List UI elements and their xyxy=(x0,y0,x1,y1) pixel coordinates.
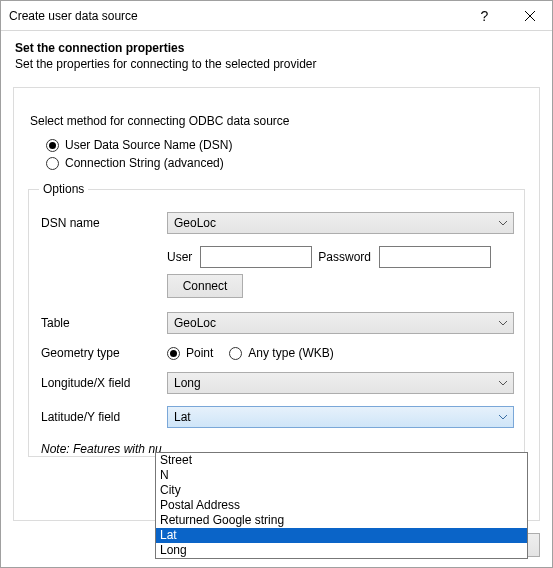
label-password: Password xyxy=(318,250,371,264)
dropdown-option[interactable]: Lat xyxy=(156,528,527,543)
connect-button[interactable]: Connect xyxy=(167,274,243,298)
chevron-down-icon xyxy=(495,376,511,390)
label-latitude-field: Latitude/Y field xyxy=(39,410,167,424)
dsn-name-select[interactable]: GeoLoc xyxy=(167,212,514,234)
password-input[interactable] xyxy=(379,246,491,268)
latitude-value: Lat xyxy=(174,410,191,424)
intro-text: Select method for connecting ODBC data s… xyxy=(30,114,525,128)
radio-icon xyxy=(167,347,180,360)
window-title: Create user data source xyxy=(9,9,462,23)
radio-label: Point xyxy=(186,346,213,360)
content-frame: Select method for connecting ODBC data s… xyxy=(13,87,540,521)
longitude-select[interactable]: Long xyxy=(167,372,514,394)
credentials-row: User Password xyxy=(167,246,514,268)
label-table: Table xyxy=(39,316,167,330)
radio-geom-point[interactable]: Point xyxy=(167,346,213,360)
close-icon xyxy=(525,11,535,21)
dropdown-option[interactable]: Street xyxy=(156,453,527,468)
page-subheading: Set the properties for connecting to the… xyxy=(15,57,538,71)
radio-label: User Data Source Name (DSN) xyxy=(65,138,232,152)
chevron-down-icon xyxy=(495,216,511,230)
options-fieldset: Options DSN name GeoLoc User Password Co… xyxy=(28,182,525,457)
dropdown-option[interactable]: Long xyxy=(156,543,527,558)
close-button[interactable] xyxy=(507,1,552,30)
latitude-select[interactable]: Lat xyxy=(167,406,514,428)
chevron-down-icon xyxy=(495,410,511,424)
user-input[interactable] xyxy=(200,246,312,268)
longitude-value: Long xyxy=(174,376,201,390)
options-legend: Options xyxy=(39,182,88,196)
label-geometry-type: Geometry type xyxy=(39,346,167,360)
connect-button-label: Connect xyxy=(183,279,228,293)
table-value: GeoLoc xyxy=(174,316,216,330)
radio-label: Any type (WKB) xyxy=(248,346,333,360)
latitude-dropdown-list[interactable]: StreetNCityPostal AddressReturned Google… xyxy=(155,452,528,559)
label-dsn-name: DSN name xyxy=(39,216,167,230)
radio-geom-any[interactable]: Any type (WKB) xyxy=(229,346,333,360)
label-user: User xyxy=(167,250,192,264)
header: Set the connection properties Set the pr… xyxy=(1,31,552,77)
radio-label: Connection String (advanced) xyxy=(65,156,224,170)
dropdown-option[interactable]: Returned Google string xyxy=(156,513,527,528)
page-heading: Set the connection properties xyxy=(15,41,538,55)
dropdown-option[interactable]: Postal Address xyxy=(156,498,527,513)
titlebar: Create user data source ? xyxy=(1,1,552,31)
radio-icon xyxy=(46,157,59,170)
radio-icon xyxy=(229,347,242,360)
dropdown-option[interactable]: City xyxy=(156,483,527,498)
dropdown-option[interactable]: N xyxy=(156,468,527,483)
dsn-name-value: GeoLoc xyxy=(174,216,216,230)
label-longitude-field: Longitude/X field xyxy=(39,376,167,390)
radio-method-dsn[interactable]: User Data Source Name (DSN) xyxy=(46,138,525,152)
radio-method-connstring[interactable]: Connection String (advanced) xyxy=(46,156,525,170)
radio-icon xyxy=(46,139,59,152)
chevron-down-icon xyxy=(495,316,511,330)
table-select[interactable]: GeoLoc xyxy=(167,312,514,334)
help-button[interactable]: ? xyxy=(462,1,507,30)
